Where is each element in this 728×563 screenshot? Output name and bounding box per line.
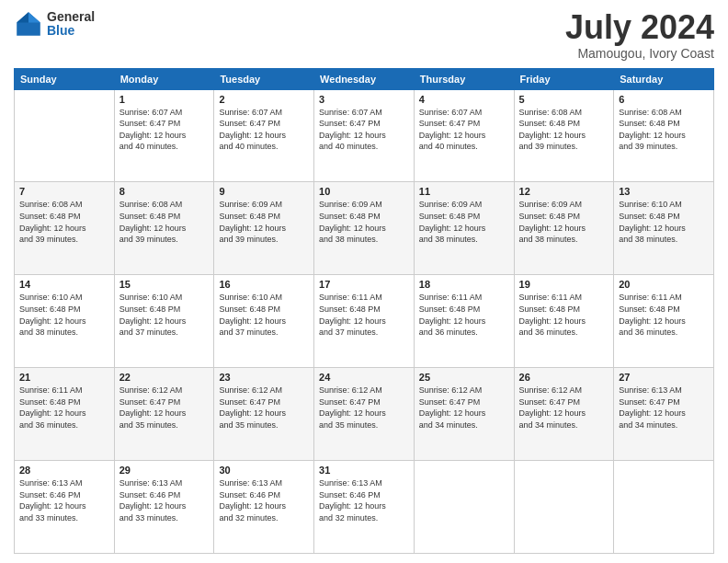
day-info: Sunrise: 6:10 AMSunset: 6:48 PMDaylight:…	[119, 292, 210, 338]
day-info: Sunrise: 6:12 AMSunset: 6:47 PMDaylight:…	[219, 385, 309, 431]
svg-marker-1	[28, 12, 40, 22]
day-number: 26	[519, 372, 609, 383]
week-row-1: 1Sunrise: 6:07 AMSunset: 6:47 PMDaylight…	[15, 89, 714, 182]
calendar-cell: 4Sunrise: 6:07 AMSunset: 6:47 PMDaylight…	[414, 89, 514, 182]
logo-text: General Blue	[47, 10, 95, 39]
day-number: 29	[119, 465, 210, 476]
calendar-cell: 10Sunrise: 6:09 AMSunset: 6:48 PMDayligh…	[314, 182, 415, 275]
day-number: 21	[19, 372, 109, 383]
day-header-tuesday: Tuesday	[214, 68, 314, 89]
header: General Blue July 2024 Mamougou, Ivory C…	[14, 9, 714, 61]
day-info: Sunrise: 6:07 AMSunset: 6:47 PMDaylight:…	[319, 107, 409, 153]
header-row: SundayMondayTuesdayWednesdayThursdayFrid…	[15, 68, 714, 89]
day-info: Sunrise: 6:12 AMSunset: 6:47 PMDaylight:…	[519, 385, 609, 431]
calendar-cell: 15Sunrise: 6:10 AMSunset: 6:48 PMDayligh…	[114, 275, 214, 368]
day-info: Sunrise: 6:09 AMSunset: 6:48 PMDaylight:…	[219, 199, 309, 245]
calendar-cell: 22Sunrise: 6:12 AMSunset: 6:47 PMDayligh…	[114, 368, 214, 461]
day-info: Sunrise: 6:12 AMSunset: 6:47 PMDaylight:…	[119, 385, 210, 431]
day-info: Sunrise: 6:07 AMSunset: 6:47 PMDaylight:…	[419, 107, 509, 153]
subtitle: Mamougou, Ivory Coast	[565, 46, 714, 61]
day-number: 7	[19, 186, 109, 197]
day-info: Sunrise: 6:08 AMSunset: 6:48 PMDaylight:…	[19, 199, 109, 245]
day-number: 30	[219, 465, 309, 476]
calendar: SundayMondayTuesdayWednesdayThursdayFrid…	[14, 68, 714, 554]
day-number: 13	[619, 186, 709, 197]
day-number: 24	[319, 372, 409, 383]
day-number: 27	[619, 372, 709, 383]
calendar-cell: 27Sunrise: 6:13 AMSunset: 6:47 PMDayligh…	[614, 368, 714, 461]
day-number: 8	[119, 186, 210, 197]
day-number: 18	[419, 279, 509, 290]
calendar-cell	[614, 461, 714, 554]
day-number: 6	[619, 94, 709, 105]
week-row-2: 7Sunrise: 6:08 AMSunset: 6:48 PMDaylight…	[15, 182, 714, 275]
day-number: 9	[219, 186, 309, 197]
day-number: 15	[119, 279, 210, 290]
day-info: Sunrise: 6:11 AMSunset: 6:48 PMDaylight:…	[319, 292, 409, 338]
calendar-cell: 13Sunrise: 6:10 AMSunset: 6:48 PMDayligh…	[614, 182, 714, 275]
calendar-cell: 18Sunrise: 6:11 AMSunset: 6:48 PMDayligh…	[414, 275, 514, 368]
day-header-friday: Friday	[514, 68, 614, 89]
day-info: Sunrise: 6:13 AMSunset: 6:46 PMDaylight:…	[119, 477, 210, 523]
day-number: 11	[419, 186, 509, 197]
day-number: 4	[419, 94, 509, 105]
calendar-cell: 21Sunrise: 6:11 AMSunset: 6:48 PMDayligh…	[15, 368, 115, 461]
page: General Blue July 2024 Mamougou, Ivory C…	[0, 0, 728, 563]
day-info: Sunrise: 6:11 AMSunset: 6:48 PMDaylight:…	[519, 292, 609, 338]
day-number: 5	[519, 94, 609, 105]
calendar-cell: 2Sunrise: 6:07 AMSunset: 6:47 PMDaylight…	[214, 89, 314, 182]
calendar-cell: 16Sunrise: 6:10 AMSunset: 6:48 PMDayligh…	[214, 275, 314, 368]
week-row-5: 28Sunrise: 6:13 AMSunset: 6:46 PMDayligh…	[15, 461, 714, 554]
calendar-cell: 20Sunrise: 6:11 AMSunset: 6:48 PMDayligh…	[614, 275, 714, 368]
day-number: 19	[519, 279, 609, 290]
calendar-cell: 3Sunrise: 6:07 AMSunset: 6:47 PMDaylight…	[314, 89, 415, 182]
day-number: 23	[219, 372, 309, 383]
calendar-cell: 14Sunrise: 6:10 AMSunset: 6:48 PMDayligh…	[15, 275, 115, 368]
calendar-cell: 6Sunrise: 6:08 AMSunset: 6:48 PMDaylight…	[614, 89, 714, 182]
day-header-thursday: Thursday	[414, 68, 514, 89]
day-info: Sunrise: 6:08 AMSunset: 6:48 PMDaylight:…	[519, 107, 609, 153]
day-header-saturday: Saturday	[614, 68, 714, 89]
logo-general: General	[47, 10, 95, 24]
day-number: 31	[319, 465, 409, 476]
calendar-cell: 30Sunrise: 6:13 AMSunset: 6:46 PMDayligh…	[214, 461, 314, 554]
day-info: Sunrise: 6:07 AMSunset: 6:47 PMDaylight:…	[219, 107, 309, 153]
calendar-cell: 9Sunrise: 6:09 AMSunset: 6:48 PMDaylight…	[214, 182, 314, 275]
calendar-cell: 17Sunrise: 6:11 AMSunset: 6:48 PMDayligh…	[314, 275, 415, 368]
day-number: 10	[319, 186, 409, 197]
calendar-cell: 24Sunrise: 6:12 AMSunset: 6:47 PMDayligh…	[314, 368, 415, 461]
week-row-3: 14Sunrise: 6:10 AMSunset: 6:48 PMDayligh…	[15, 275, 714, 368]
day-info: Sunrise: 6:11 AMSunset: 6:48 PMDaylight:…	[419, 292, 509, 338]
main-title: July 2024	[565, 9, 714, 46]
calendar-cell: 28Sunrise: 6:13 AMSunset: 6:46 PMDayligh…	[15, 461, 115, 554]
day-info: Sunrise: 6:10 AMSunset: 6:48 PMDaylight:…	[619, 199, 709, 245]
calendar-cell: 23Sunrise: 6:12 AMSunset: 6:47 PMDayligh…	[214, 368, 314, 461]
day-number: 17	[319, 279, 409, 290]
calendar-cell: 26Sunrise: 6:12 AMSunset: 6:47 PMDayligh…	[514, 368, 614, 461]
day-info: Sunrise: 6:13 AMSunset: 6:46 PMDaylight:…	[19, 477, 109, 523]
logo-blue: Blue	[47, 24, 95, 38]
day-number: 14	[19, 279, 109, 290]
day-info: Sunrise: 6:08 AMSunset: 6:48 PMDaylight:…	[119, 199, 210, 245]
day-info: Sunrise: 6:07 AMSunset: 6:47 PMDaylight:…	[119, 107, 210, 153]
day-number: 22	[119, 372, 210, 383]
day-number: 1	[119, 94, 210, 105]
day-number: 12	[519, 186, 609, 197]
calendar-cell	[414, 461, 514, 554]
day-info: Sunrise: 6:08 AMSunset: 6:48 PMDaylight:…	[619, 107, 709, 153]
day-header-sunday: Sunday	[15, 68, 115, 89]
day-info: Sunrise: 6:11 AMSunset: 6:48 PMDaylight:…	[619, 292, 709, 338]
calendar-cell	[514, 461, 614, 554]
day-number: 28	[19, 465, 109, 476]
calendar-cell: 11Sunrise: 6:09 AMSunset: 6:48 PMDayligh…	[414, 182, 514, 275]
calendar-cell: 1Sunrise: 6:07 AMSunset: 6:47 PMDaylight…	[114, 89, 214, 182]
calendar-cell: 12Sunrise: 6:09 AMSunset: 6:48 PMDayligh…	[514, 182, 614, 275]
week-row-4: 21Sunrise: 6:11 AMSunset: 6:48 PMDayligh…	[15, 368, 714, 461]
day-info: Sunrise: 6:09 AMSunset: 6:48 PMDaylight:…	[319, 199, 409, 245]
day-info: Sunrise: 6:09 AMSunset: 6:48 PMDaylight:…	[519, 199, 609, 245]
calendar-header: SundayMondayTuesdayWednesdayThursdayFrid…	[15, 68, 714, 89]
calendar-cell: 31Sunrise: 6:13 AMSunset: 6:46 PMDayligh…	[314, 461, 415, 554]
day-info: Sunrise: 6:10 AMSunset: 6:48 PMDaylight:…	[219, 292, 309, 338]
day-number: 25	[419, 372, 509, 383]
day-info: Sunrise: 6:10 AMSunset: 6:48 PMDaylight:…	[19, 292, 109, 338]
